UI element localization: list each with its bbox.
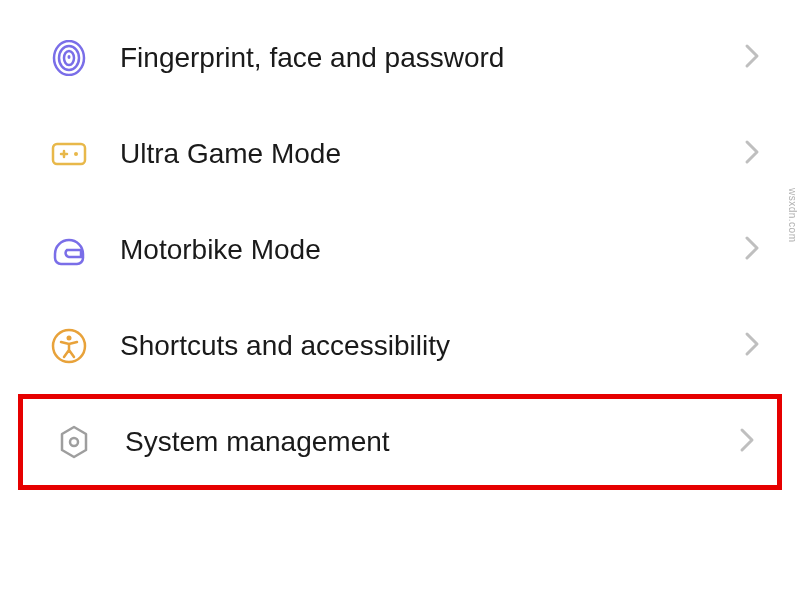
gamepad-icon — [50, 135, 88, 173]
settings-item-label: Fingerprint, face and password — [120, 42, 744, 74]
settings-item-label: Ultra Game Mode — [120, 138, 744, 170]
svg-point-10 — [70, 438, 78, 446]
fingerprint-icon — [50, 39, 88, 77]
settings-item-fingerprint[interactable]: Fingerprint, face and password — [0, 10, 800, 106]
settings-item-ultra-game-mode[interactable]: Ultra Game Mode — [0, 106, 800, 202]
helmet-icon — [50, 231, 88, 269]
chevron-right-icon — [744, 139, 760, 169]
gear-hexagon-icon — [55, 423, 93, 461]
svg-rect-4 — [53, 144, 85, 164]
watermark-text: wsxdn.com — [787, 188, 798, 243]
settings-item-label: Motorbike Mode — [120, 234, 744, 266]
chevron-right-icon — [744, 331, 760, 361]
svg-point-9 — [67, 336, 72, 341]
chevron-right-icon — [739, 427, 755, 457]
settings-item-system-management[interactable]: System management — [18, 394, 782, 490]
accessibility-icon — [50, 327, 88, 365]
settings-item-label: Shortcuts and accessibility — [120, 330, 744, 362]
svg-point-3 — [68, 55, 71, 59]
settings-item-shortcuts-accessibility[interactable]: Shortcuts and accessibility — [0, 298, 800, 394]
settings-list: Fingerprint, face and password Ultra Gam… — [0, 0, 800, 500]
settings-item-label: System management — [125, 426, 739, 458]
settings-item-motorbike-mode[interactable]: Motorbike Mode — [0, 202, 800, 298]
chevron-right-icon — [744, 43, 760, 73]
chevron-right-icon — [744, 235, 760, 265]
svg-point-7 — [74, 152, 78, 156]
